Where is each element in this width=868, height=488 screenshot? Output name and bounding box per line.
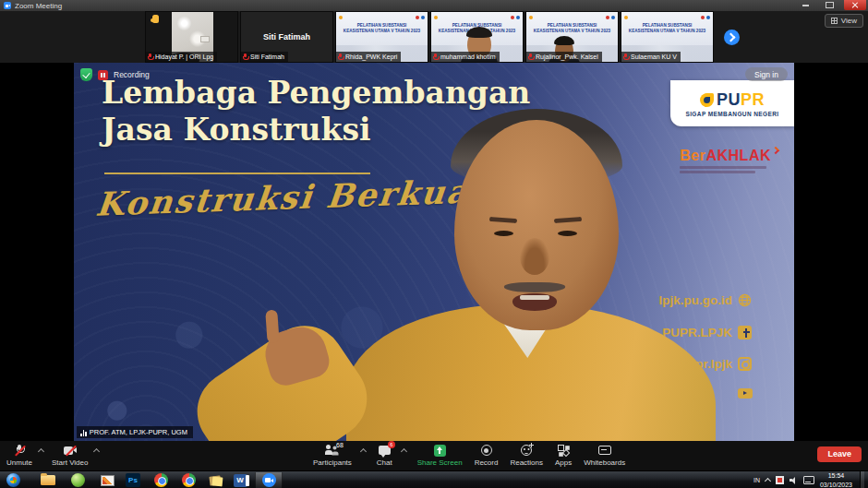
- participant-tile[interactable]: PELATIHAN SUBSTANSI KEASISTENAN UTAMA V …: [430, 11, 524, 63]
- logo-dot-icon: [624, 16, 628, 19]
- tray-app-icon[interactable]: [776, 476, 784, 484]
- berakhlak-subtext: [680, 171, 755, 173]
- chat-options-chevron[interactable]: [401, 447, 407, 454]
- participants-count: 68: [336, 442, 344, 448]
- logo-dot-icon: [516, 16, 520, 19]
- share-screen-button[interactable]: Share Screen: [415, 441, 465, 470]
- audio-level-icon: [80, 429, 87, 436]
- participant-tile[interactable]: Siti Fatimah Siti Fatimah: [240, 11, 333, 63]
- virtual-bg-title: PELATIHAN SUBSTANSI KEASISTENAN UTAMA V …: [627, 22, 707, 32]
- video-options-chevron[interactable]: [93, 447, 100, 454]
- taskbar-chrome-2[interactable]: [177, 472, 199, 488]
- taskbar-photo-app[interactable]: [96, 472, 118, 488]
- participants-options-chevron[interactable]: [360, 447, 367, 454]
- instagram-icon: [738, 357, 752, 371]
- whiteboards-button[interactable]: Whiteboards: [581, 441, 628, 470]
- berakhlak-arrow-icon: [772, 147, 779, 154]
- zoom-app-icon: [4, 2, 11, 9]
- volume-icon[interactable]: [790, 477, 798, 484]
- logo-dot-icon: [606, 16, 609, 19]
- folder-icon: [41, 475, 55, 485]
- photoshop-icon: Ps: [126, 473, 140, 487]
- window-title: Zoom Meeting: [15, 2, 62, 10]
- zoom-toolbar: Unmute Start Video 68 Participants 6 Cha…: [0, 441, 868, 470]
- globe-icon: [738, 293, 752, 307]
- show-desktop-button[interactable]: [860, 471, 864, 488]
- view-button[interactable]: View: [825, 14, 863, 28]
- maximize-button[interactable]: [818, 0, 840, 10]
- slide-title: Lembaga Pengembangan Jasa Konstruksi: [102, 75, 530, 148]
- logo-dot-icon: [339, 16, 343, 19]
- virtual-bg-logos: [624, 14, 710, 20]
- recording-icon[interactable]: [98, 70, 108, 80]
- view-button-label: View: [841, 17, 857, 25]
- taskbar-clock[interactable]: 15:54 03/10/2023: [820, 471, 852, 488]
- virtual-bg-logos: [529, 14, 615, 20]
- logo-dot-icon: [416, 16, 419, 19]
- participants-button[interactable]: 68 Participants: [310, 441, 355, 470]
- apps-button[interactable]: Apps: [552, 441, 574, 470]
- taskbar-sticky-notes[interactable]: [205, 472, 227, 488]
- logo-dot-icon: [511, 16, 514, 19]
- system-tray: IN 15:54 03/10/2023: [753, 471, 868, 488]
- berakhlak-subtext: [680, 166, 766, 169]
- participant-name-label: Siti Fatimah: [241, 52, 288, 62]
- recording-indicator: Recording: [80, 68, 150, 81]
- unmute-button[interactable]: Unmute: [4, 441, 35, 470]
- taskbar-zoom-active[interactable]: [255, 472, 283, 488]
- taskbar-word[interactable]: W: [229, 472, 251, 488]
- participant-tile[interactable]: PELATIHAN SUBSTANSI KEASISTENAN UTAMA V …: [335, 11, 428, 63]
- taskbar-coreldraw[interactable]: [66, 472, 89, 488]
- close-button[interactable]: [844, 0, 866, 10]
- leave-button[interactable]: Leave: [817, 446, 862, 462]
- raised-hand-icon: [151, 15, 160, 26]
- participant-tile[interactable]: Hidayat P. | ORI Lpg: [145, 11, 238, 63]
- photo-app-icon: [101, 475, 115, 486]
- word-icon: W: [234, 474, 247, 487]
- sign-in-button[interactable]: Sign in: [745, 67, 788, 81]
- instagram-link: pupr.lpjk: [681, 357, 752, 371]
- network-display-icon[interactable]: [803, 476, 814, 484]
- facebook-icon: [738, 326, 752, 339]
- chrome-icon: [154, 473, 168, 487]
- muted-mic-icon: [148, 54, 152, 60]
- unmute-options-chevron[interactable]: [38, 447, 44, 454]
- virtual-bg-title: PELATIHAN SUBSTANSI KEASISTENAN UTAMA V …: [342, 22, 422, 32]
- chrome-icon: [182, 473, 196, 487]
- language-indicator[interactable]: IN: [753, 477, 760, 483]
- encryption-shield-icon[interactable]: [80, 68, 92, 81]
- logo-dot-icon: [434, 16, 438, 19]
- tray-date: 03/10/2023: [820, 481, 852, 488]
- start-button[interactable]: [2, 472, 24, 488]
- berakhlak-logo: BerAKHLAK: [680, 148, 778, 173]
- taskbar-chrome-1[interactable]: [150, 472, 172, 488]
- participant-tile[interactable]: PELATIHAN SUBSTANSI KEASISTENAN UTAMA V …: [621, 11, 714, 63]
- muted-mic-icon: [338, 54, 343, 60]
- muted-mic-icon: [528, 54, 533, 60]
- virtual-bg-logos: [434, 14, 520, 20]
- active-speaker-video: Lembaga Pengembangan Jasa Konstruksi Kon…: [74, 63, 794, 441]
- start-video-button[interactable]: Start Video: [49, 441, 90, 470]
- record-button[interactable]: Record: [472, 441, 501, 470]
- tray-time: 15:54: [820, 471, 852, 480]
- taskbar-photoshop[interactable]: Ps: [122, 472, 144, 488]
- reactions-button[interactable]: Reactions: [507, 441, 546, 470]
- muted-mic-icon: [243, 54, 247, 60]
- pupr-logo-icon: [700, 93, 714, 107]
- logo-dot-icon: [529, 16, 533, 19]
- tray-expand-chevron[interactable]: [765, 478, 771, 484]
- participant-name-label: Rhida_PWK Kepri: [336, 52, 401, 62]
- share-screen-icon: [434, 445, 446, 457]
- next-participants-arrow[interactable]: [724, 30, 740, 45]
- chat-button[interactable]: 6 Chat: [374, 441, 395, 470]
- taskbar-explorer[interactable]: [37, 472, 59, 488]
- logo-dot-icon: [701, 16, 705, 19]
- youtube-link: [738, 388, 753, 399]
- virtual-bg-title: PELATIHAN SUBSTANSI KEASISTENAN UTAMA V …: [532, 22, 612, 32]
- logo-dot-icon: [611, 16, 615, 19]
- participant-tile[interactable]: PELATIHAN SUBSTANSI KEASISTENAN UTAMA V …: [525, 11, 619, 63]
- logo-dot-icon: [706, 16, 710, 19]
- minimize-button[interactable]: [794, 0, 816, 10]
- window-titlebar: Zoom Meeting: [0, 0, 868, 11]
- sticky-notes-icon: [209, 474, 223, 487]
